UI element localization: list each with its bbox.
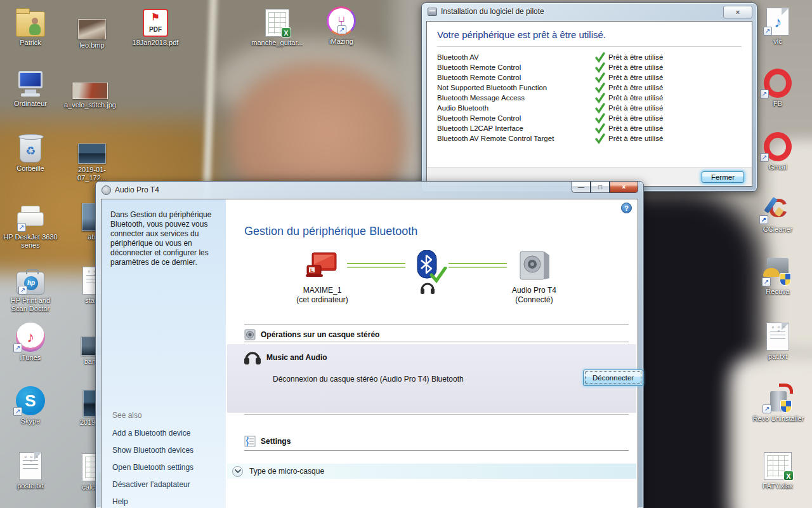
chevron-down-icon xyxy=(232,466,243,477)
window-speaker-icon xyxy=(102,185,111,195)
desktop-icon-patrick[interactable]: Patrick xyxy=(4,5,57,47)
desktop-icon-faty-xlsx[interactable]: X FATY.xlsx xyxy=(751,448,804,490)
shortcut-arrow-icon: ↗ xyxy=(759,215,768,224)
sidebar-link-add-bluetooth-device[interactable]: Add a Bluetooth device xyxy=(112,429,193,438)
desktop-icon-label: 2019-01-07_172... xyxy=(65,166,119,182)
minimize-button[interactable]: — xyxy=(572,182,591,193)
page-title: Gestion du périphérique Bluetooth xyxy=(244,225,417,238)
desktop-icon-label: HP Print and Scan Doctor xyxy=(3,297,58,313)
close-button[interactable]: × xyxy=(610,182,638,193)
connection-line xyxy=(347,263,405,268)
driver-row: Bluetooth AV Remote Control Target Prêt … xyxy=(437,133,742,144)
desktop-icon-leo-bmp[interactable]: leo.bmp xyxy=(65,8,119,50)
desktop-icon-itunes[interactable]: ♪ ↗ iTunes xyxy=(4,320,57,362)
desktop-icon-label: 18Jan2018.pdf xyxy=(129,39,182,47)
desktop-icon-corbeille[interactable]: ♻ Corbeille xyxy=(4,131,57,173)
expander-label: Type de micro-casque xyxy=(249,467,324,476)
dialog-close-button[interactable]: × xyxy=(723,6,752,18)
desktop-icon-imazing[interactable]: ⑂ ↗ iMazing xyxy=(315,4,368,46)
separator xyxy=(437,46,742,47)
computer-node-label: MAXIME_1 (cet ordinateur) xyxy=(280,286,364,305)
music-audio-panel: Music and Audio Déconnexion du casque st… xyxy=(227,344,636,413)
desktop-icon-hp-deskjet[interactable]: ↗ HP DeskJet 3630 series xyxy=(3,199,58,250)
deconnecter-button[interactable]: Déconnecter xyxy=(583,370,643,386)
window-client-area: Dans Gestion du périphérique Bluetooth, … xyxy=(101,199,638,508)
hp-doctor-icon: hp ↗ xyxy=(16,272,44,295)
vlc-file-icon: ♪ ↗ xyxy=(766,8,789,36)
music-audio-title: Music and Audio xyxy=(266,353,327,362)
desktop-icon-pdf[interactable]: ⚑ PDF 18Jan2018.pdf xyxy=(129,5,182,47)
desktop-icon-label: leo.bmp xyxy=(65,41,119,50)
desktop-icon-label: HP DeskJet 3630 series xyxy=(3,233,58,250)
desktop-icon-label: FB xyxy=(751,100,804,108)
desktop-icon-2019-01-07[interactable]: 2019-01-07_172... xyxy=(65,132,119,182)
excel-file-icon: X xyxy=(265,9,289,37)
sidebar-intro-text: Dans Gestion du périphérique Bluetooth, … xyxy=(110,210,218,267)
fermer-button[interactable]: Fermer xyxy=(702,171,744,183)
window-title: Audio Pro T4 xyxy=(115,185,159,194)
sidebar-link-disable-adapter[interactable]: Désactiver l’adaptateur xyxy=(112,480,193,489)
driver-row: Bluetooth AV Prêt à être utilisé xyxy=(437,52,742,62)
desktop-icon-recuva[interactable]: ↗ Recuva xyxy=(751,254,804,296)
driver-row: Bluetooth Remote Control Prêt à être uti… xyxy=(437,72,742,83)
desktop-icon-a-velo-stitch[interactable]: a_velo_stitch.jpg xyxy=(63,77,117,109)
sidebar: Dans Gestion du périphérique Bluetooth, … xyxy=(102,199,226,508)
desktop-icon-label: Skype xyxy=(4,417,57,425)
pdf-file-icon: ⚑ PDF xyxy=(143,9,168,37)
desktop-icon-skype[interactable]: S ↗ Skype xyxy=(4,384,57,425)
desktop-icon-vlc[interactable]: ♪ ↗ vlc xyxy=(751,4,804,46)
text-file-icon: o o o o xyxy=(766,323,789,351)
separator xyxy=(244,450,629,451)
desktop-icon-revo[interactable]: ↗ Revo Uninstaller xyxy=(747,381,809,423)
shortcut-arrow-icon: ↗ xyxy=(763,404,771,413)
main-content: ? Gestion du périphérique Bluetooth L xyxy=(226,199,638,508)
operations-section-header: Opérations sur un casque stéréo xyxy=(244,329,629,340)
help-icon[interactable]: ? xyxy=(621,203,632,213)
desktop-icon-label: vlc xyxy=(751,37,804,46)
shortcut-arrow-icon: ↗ xyxy=(13,344,22,352)
desktop-icon-label: pat.txt xyxy=(751,352,804,361)
svg-text:L: L xyxy=(310,267,313,273)
desktop-icon-label: poste.txt xyxy=(4,482,57,490)
desktop-icon-label: iTunes xyxy=(4,354,57,362)
speaker-device-icon xyxy=(519,250,551,281)
revo-uninstaller-icon: ↗ xyxy=(764,385,793,413)
desktop-icon-hp-doctor[interactable]: hp ↗ HP Print and Scan Doctor xyxy=(3,263,58,313)
desktop-icon-gmail[interactable]: ↗ Gmail xyxy=(751,130,804,171)
separator xyxy=(244,324,629,324)
driver-row: Bluetooth L2CAP Interface Prêt à être ut… xyxy=(437,123,742,133)
desktop-icon-manche-guitar[interactable]: X manche_guitar... xyxy=(251,5,304,47)
sidebar-link-help[interactable]: Help xyxy=(112,497,193,506)
desktop-icon-label: Patrick xyxy=(4,39,57,47)
audio-pro-t4-window: Audio Pro T4 — □ × Dans Gestion du périp… xyxy=(95,181,644,508)
settings-section-header: Settings xyxy=(244,436,629,447)
headset-type-expander[interactable]: Type de micro-casque xyxy=(227,464,636,479)
desktop-icon-poste-txt[interactable]: o o o o poste.txt xyxy=(4,448,57,490)
sidebar-link-open-bluetooth-settings[interactable]: Open Bluetooth settings xyxy=(112,463,193,472)
shortcut-arrow-icon: ↗ xyxy=(17,223,26,232)
printer-icon: ↗ xyxy=(16,206,45,231)
desktop-icon-label: Ordinateur xyxy=(4,100,57,108)
sidebar-link-show-bluetooth-devices[interactable]: Show Bluetooth devices xyxy=(112,446,193,455)
speaker-small-icon xyxy=(244,329,256,340)
desktop-icon-ccleaner[interactable]: C ↗ CCleaner xyxy=(751,192,804,234)
desktop-icon-label: FATY.xlsx xyxy=(751,482,804,490)
itunes-icon: ♪ ↗ xyxy=(16,323,45,352)
computer-node-icon: L xyxy=(306,251,339,281)
desktop-icon-fb[interactable]: ↗ FB xyxy=(751,66,804,108)
driver-row: Audio Bluetooth Prêt à être utilisé xyxy=(437,103,742,113)
dialog-client-area: Votre périphérique est prêt à être utili… xyxy=(426,21,752,187)
recycle-bin-icon: ♻ xyxy=(20,136,41,163)
driver-row: Bluetooth Remote Control Prêt à être uti… xyxy=(437,62,742,72)
dialog-titlebar[interactable]: Installation du logiciel de pilote xyxy=(422,3,757,20)
desktop-icon-label: a_velo_stitch.jpg xyxy=(63,101,117,109)
skype-icon: S ↗ xyxy=(16,386,45,415)
photo-thumbnail-icon xyxy=(72,83,108,99)
desktop-icon-pat-txt[interactable]: o o o o pat.txt xyxy=(751,319,804,361)
driver-row: Not Supported Bluetooth Function Prêt à … xyxy=(437,83,742,93)
text-file-icon: o o o o xyxy=(19,452,42,480)
computer-icon xyxy=(16,71,45,98)
window-titlebar[interactable]: Audio Pro T4 xyxy=(96,182,643,198)
maximize-button[interactable]: □ xyxy=(591,182,610,193)
desktop-icon-ordinateur[interactable]: Ordinateur xyxy=(4,66,57,108)
